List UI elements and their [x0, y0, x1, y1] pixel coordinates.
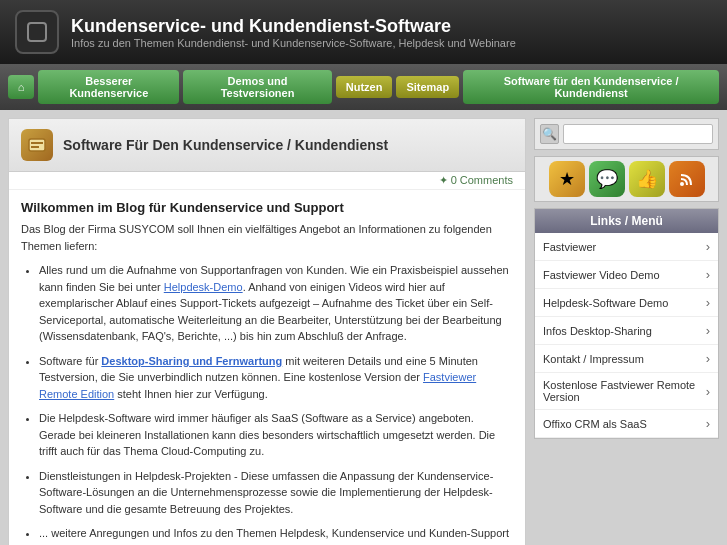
svg-rect-0	[28, 23, 46, 41]
search-icon[interactable]: 🔍	[540, 124, 559, 144]
links-menu: Links / Menü Fastviewer › Fastviewer Vid…	[534, 208, 719, 439]
site-title: Kundenservice- und Kundendienst-Software	[71, 16, 516, 37]
main-layout: Software Für Den Kundenservice / Kundend…	[0, 110, 727, 545]
blog-intro-text: Das Blog der Firma SUSYCOM soll Ihnen ei…	[21, 221, 513, 254]
menu-item-helpdesk-demo[interactable]: Helpdesk-Software Demo ›	[535, 289, 718, 317]
site-header: Kundenservice- und Kundendienst-Software…	[0, 0, 727, 64]
svg-rect-1	[29, 139, 45, 151]
blog-list: Alles rund um die Aufnahme von Supportan…	[21, 262, 513, 545]
chat-icon-button[interactable]: 💬	[589, 161, 625, 197]
menu-item-fastviewer-video[interactable]: Fastviewer Video Demo ›	[535, 261, 718, 289]
site-subtitle: Infos zu den Themen Kundendienst- und Ku…	[71, 37, 516, 49]
svg-rect-2	[31, 142, 43, 144]
list-item: Alles rund um die Aufnahme von Supportan…	[39, 262, 513, 345]
content-icon	[21, 129, 53, 161]
chevron-right-icon: ›	[706, 239, 710, 254]
main-content: Software Für Den Kundenservice / Kundend…	[8, 118, 526, 545]
list-item: Dienstleistungen in Helpdesk-Projekten -…	[39, 468, 513, 518]
star-icon-button[interactable]: ★	[549, 161, 585, 197]
links-menu-header: Links / Menü	[535, 209, 718, 233]
rss-icon-button[interactable]	[669, 161, 705, 197]
site-logo	[15, 10, 59, 54]
navigation-bar: ⌂ Besserer Kundenservice Demos und Testv…	[0, 64, 727, 110]
fastviewer-remote-link[interactable]: Fastviewer Remote Edition	[39, 371, 476, 400]
thumbsup-icon-button[interactable]: 👍	[629, 161, 665, 197]
svg-rect-3	[31, 146, 39, 148]
nav-software[interactable]: Software für den Kundenservice / Kundend…	[463, 70, 719, 104]
home-button[interactable]: ⌂	[8, 75, 34, 99]
chevron-right-icon: ›	[706, 384, 710, 399]
menu-item-desktop-sharing[interactable]: Infos Desktop-Sharing ›	[535, 317, 718, 345]
chevron-right-icon: ›	[706, 323, 710, 338]
menu-item-fastviewer[interactable]: Fastviewer ›	[535, 233, 718, 261]
sidebar: 🔍 ★ 💬 👍 Links / Menü Fastviewer ›	[534, 118, 719, 545]
nav-besserer[interactable]: Besserer Kundenservice	[38, 70, 179, 104]
comments-bar: ✦ 0 Comments	[9, 172, 525, 190]
chevron-right-icon: ›	[706, 295, 710, 310]
chevron-right-icon: ›	[706, 267, 710, 282]
chevron-right-icon: ›	[706, 351, 710, 366]
content-body: Wilkommen im Blog für Kundenservice und …	[9, 190, 525, 545]
helpdesk-demo-link[interactable]: Helpdesk-Demo	[164, 281, 243, 293]
menu-item-offixo-crm[interactable]: Offixo CRM als SaaS ›	[535, 410, 718, 438]
list-item: Software für Desktop-Sharing und Fernwar…	[39, 353, 513, 403]
svg-point-4	[680, 182, 684, 186]
search-input[interactable]	[563, 124, 713, 144]
nav-demos[interactable]: Demos und Testversionen	[183, 70, 331, 104]
menu-item-kontakt[interactable]: Kontakt / Impressum ›	[535, 345, 718, 373]
blog-intro-title: Wilkommen im Blog für Kundenservice und …	[21, 200, 513, 215]
desktop-sharing-link[interactable]: Desktop-Sharing und Fernwartung	[101, 355, 282, 367]
search-box: 🔍	[534, 118, 719, 150]
nav-nutzen[interactable]: Nutzen	[336, 76, 393, 98]
nav-sitemap[interactable]: Sitemap	[396, 76, 459, 98]
list-item: ... weitere Anregungen und Infos zu den …	[39, 525, 513, 545]
content-title: Software Für Den Kundenservice / Kundend…	[63, 137, 388, 153]
list-item: Die Helpdesk-Software wird immer häufige…	[39, 410, 513, 460]
header-text: Kundenservice- und Kundendienst-Software…	[71, 16, 516, 49]
icon-row: ★ 💬 👍	[534, 156, 719, 202]
menu-item-kostenlose-fastviewer[interactable]: Kostenlose Fastviewer Remote Version ›	[535, 373, 718, 410]
chevron-right-icon: ›	[706, 416, 710, 431]
content-header: Software Für Den Kundenservice / Kundend…	[9, 119, 525, 172]
